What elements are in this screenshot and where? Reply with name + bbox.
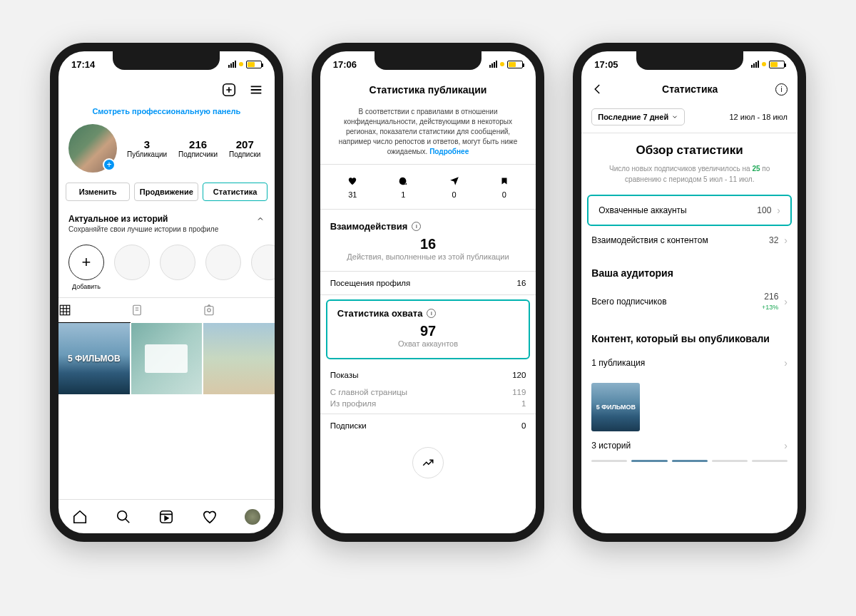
reach-header: Статистика охвата i xyxy=(327,301,529,323)
shares-count: 0 xyxy=(449,175,459,199)
phone-overview: 17:05 Статистика i Последние 7 дней 12 и… xyxy=(573,43,806,542)
follows-row: Подписки 0 xyxy=(320,414,536,437)
svg-point-15 xyxy=(208,309,211,312)
saves-count: 0 xyxy=(500,175,509,199)
trend-icon xyxy=(422,456,434,469)
story-add[interactable]: + Добавить xyxy=(68,245,104,290)
tagged-icon xyxy=(203,304,215,317)
home-icon xyxy=(72,509,88,525)
info-icon[interactable]: i xyxy=(427,309,436,318)
content-interactions-row[interactable]: Взаимодействия с контентом 32 › xyxy=(581,226,798,255)
highlights-toggle-icon[interactable] xyxy=(256,215,265,223)
overview-title: Обзор статистики xyxy=(581,133,798,163)
status-time: 17:06 xyxy=(333,59,357,70)
nav-search[interactable] xyxy=(116,509,131,525)
post-thumb-3[interactable] xyxy=(203,323,275,394)
wifi-dot-icon xyxy=(762,62,766,66)
share-icon xyxy=(449,175,459,188)
content-thumb[interactable]: 5 ФИЛЬМОВ xyxy=(591,383,640,431)
chevron-right-icon: › xyxy=(784,357,788,369)
nav-reels[interactable] xyxy=(158,509,174,525)
learn-more-link[interactable]: Подробнее xyxy=(429,148,469,155)
stat-followers-label: Подписчики xyxy=(178,150,218,158)
impressions-row: Показы 120 xyxy=(320,364,536,386)
period-selector[interactable]: Последние 7 дней xyxy=(591,108,685,125)
interactions-header: Взаимодействия i xyxy=(320,210,536,236)
post-thumb-1[interactable]: 5 ФИЛЬМОВ xyxy=(58,323,130,394)
total-followers-delta: +13% xyxy=(762,304,778,311)
story-placeholder xyxy=(160,245,195,290)
chevron-right-icon: › xyxy=(784,235,788,246)
signal-icon xyxy=(489,61,497,68)
phone-profile: 17:14 Смотреть профессиональную панель +… xyxy=(50,43,283,542)
nav-profile[interactable] xyxy=(245,509,260,525)
reach-highlight: Статистика охвата i 97 Охват аккаунтов xyxy=(326,299,531,359)
tab-tagged[interactable] xyxy=(203,298,275,323)
signal-icon xyxy=(751,61,759,68)
overview-screen: Статистика i Последние 7 дней 12 июл - 1… xyxy=(581,77,798,533)
stat-followers[interactable]: 216 Подписчики xyxy=(178,138,218,158)
audience-header: Ваша аудитория xyxy=(581,255,798,283)
back-button[interactable] xyxy=(591,83,604,96)
from-profile-row: Из профиля 1 xyxy=(320,398,536,409)
privacy-note: В соответствии с правилами в отношении к… xyxy=(320,103,536,165)
reached-accounts-row[interactable]: Охваченные аккаунты 100 › xyxy=(588,196,790,225)
chevron-down-icon xyxy=(671,113,678,120)
nav-activity[interactable] xyxy=(202,509,218,525)
highlights-title: Актуальное из историй xyxy=(68,214,168,224)
profile-visits-row: Посещения профиля 16 xyxy=(320,272,536,294)
search-icon xyxy=(116,509,131,525)
menu-button[interactable] xyxy=(248,81,265,98)
bookmark-icon xyxy=(500,175,509,188)
battery-icon xyxy=(769,61,785,68)
story-add-label: Добавить xyxy=(68,283,104,290)
notch xyxy=(374,51,482,70)
comments-count: 1 xyxy=(398,175,408,199)
stat-following[interactable]: 207 Подписки xyxy=(229,138,260,158)
highlights-subtitle: Сохраняйте свои лучшие истории в профиле xyxy=(58,225,275,240)
info-icon[interactable]: i xyxy=(412,222,421,231)
phone-post-insights: 17:06 Статистика публикации В соответств… xyxy=(312,43,545,542)
interactions-value: 16 xyxy=(320,236,536,252)
likes-count: 31 xyxy=(347,175,357,199)
avatar[interactable]: + xyxy=(68,124,117,173)
create-post-button[interactable] xyxy=(220,81,238,98)
pro-panel-link[interactable]: Смотреть профессиональную панель xyxy=(58,103,275,124)
stat-posts[interactable]: 3 Публикации xyxy=(127,138,167,158)
story-placeholder xyxy=(114,245,150,290)
edit-profile-button[interactable]: Изменить xyxy=(66,183,130,201)
stat-posts-value: 3 xyxy=(127,138,167,150)
post-thumb-2[interactable] xyxy=(131,323,203,394)
guides-icon xyxy=(131,304,143,317)
svg-marker-20 xyxy=(165,516,168,520)
battery-icon xyxy=(507,61,523,68)
svg-line-17 xyxy=(126,518,130,523)
tab-grid[interactable] xyxy=(58,298,131,323)
svg-point-16 xyxy=(118,510,127,520)
chevron-right-icon: › xyxy=(784,440,788,451)
status-icons xyxy=(489,61,523,68)
info-button[interactable]: i xyxy=(775,83,788,96)
notch xyxy=(636,51,743,70)
post-insights-screen: Статистика публикации В соответствии с п… xyxy=(320,77,536,533)
posts-count-row[interactable]: 1 публикация › xyxy=(581,349,798,377)
stat-followers-value: 216 xyxy=(178,138,218,150)
screen-title: Статистика публикации xyxy=(320,77,536,103)
stories-count-row[interactable]: 3 историй › xyxy=(581,437,798,460)
total-followers-row[interactable]: Всего подписчиков 216 +13% › xyxy=(581,283,798,320)
stat-following-value: 207 xyxy=(229,138,260,150)
tab-guides[interactable] xyxy=(131,298,203,323)
overview-note: Число новых подписчиков увеличилось на 2… xyxy=(581,163,798,195)
period-range: 12 июл - 18 июл xyxy=(730,113,788,121)
story-progress-bars xyxy=(581,460,798,468)
from-home-row: С главной страницы 119 xyxy=(320,386,536,398)
statistics-button[interactable]: Статистика xyxy=(203,183,267,201)
promote-button[interactable]: Продвижение xyxy=(134,183,198,201)
promote-fab[interactable] xyxy=(412,447,444,478)
chevron-right-icon: › xyxy=(784,296,788,307)
content-header: Контент, который вы опубликовали xyxy=(581,320,798,349)
story-placeholder xyxy=(205,245,241,290)
nav-home[interactable] xyxy=(72,509,88,525)
wifi-dot-icon xyxy=(500,62,504,66)
add-story-badge[interactable]: + xyxy=(103,158,116,171)
